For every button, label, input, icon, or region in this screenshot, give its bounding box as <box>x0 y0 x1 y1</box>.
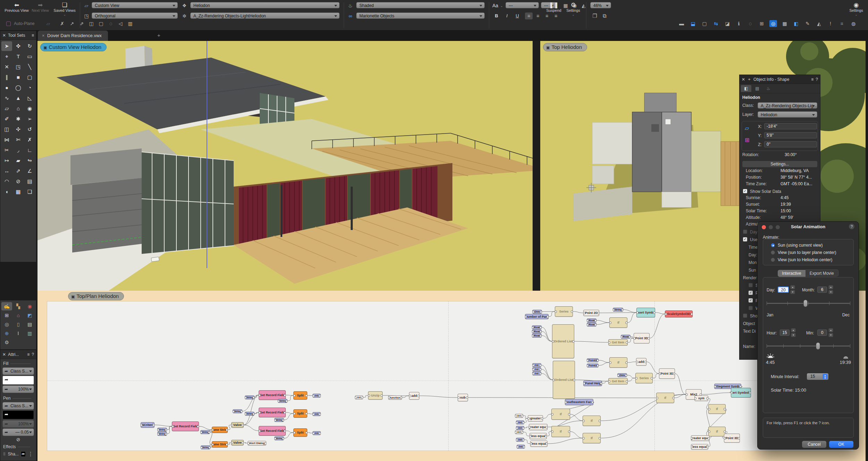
marionette-node[interactable]: Point3 <box>587 364 599 367</box>
flyover-tool-icon[interactable]: ↻ <box>24 41 35 51</box>
callout-tool-icon[interactable]: ▭ <box>24 52 35 61</box>
marionette-node[interactable]: Series <box>555 306 573 317</box>
marionette-node[interactable]: Same String <box>212 427 228 433</box>
hour-field[interactable]: 15 <box>780 330 790 336</box>
marionette-node[interactable]: int <box>355 395 363 399</box>
angle-dim-tool-icon[interactable]: ∠ <box>24 166 35 176</box>
marionette-node[interactable]: String <box>278 399 287 403</box>
layer-dropdown[interactable]: Heliodon <box>190 2 340 8</box>
marionette-node[interactable]: Get Record Field <box>172 421 199 431</box>
radio-animate-option-1[interactable] <box>771 250 775 255</box>
constrain-arrow-icon[interactable]: ↗ <box>68 20 76 27</box>
pushpull-tool-icon[interactable]: ◳ <box>13 62 24 72</box>
fit-objects-icon[interactable]: ⬓ <box>689 20 697 27</box>
class-value-dropdown[interactable]: A_Zz-Rendering Objects-Lig... <box>758 102 817 109</box>
marionette-node[interactable]: String <box>245 412 254 416</box>
delete-tool-icon[interactable]: ✕ <box>1 62 12 72</box>
help-icon[interactable]: ? <box>816 77 818 82</box>
orbit-icon[interactable]: ◌ <box>746 20 754 27</box>
marionette-node[interactable]: 03Number of Panels <box>525 314 549 319</box>
line-style-icon[interactable]: ⊘ <box>0 437 36 442</box>
marionette-node[interactable]: sub <box>458 394 468 401</box>
x-field[interactable]: -18'4" <box>764 123 817 129</box>
marionette-node[interactable]: Valve <box>231 440 244 445</box>
tape-measure-tool-icon[interactable]: ▤ <box>24 177 35 186</box>
marionette-node[interactable]: add <box>636 358 646 366</box>
close-icon[interactable]: ✕ <box>2 352 6 357</box>
tab-interactive[interactable]: Interactive <box>778 270 805 277</box>
marionette-node[interactable]: Int <box>516 420 524 424</box>
viewport-label-top[interactable]: ▣Top Heliodon <box>543 43 587 51</box>
marionette-node[interactable]: Get Record Field <box>259 390 286 400</box>
marionette-node[interactable]: Ordered List <box>553 361 575 399</box>
duplicate-icon[interactable]: ◫ <box>87 20 95 27</box>
fillet-tool-icon[interactable]: ◞ <box>13 145 24 155</box>
render-dd-icon[interactable]: ◭ <box>815 20 823 27</box>
grid-icon[interactable]: ⊞ <box>758 20 766 27</box>
grid-plane-icon[interactable]: ⊞ <box>745 137 749 143</box>
text-tool-icon[interactable]: T <box>13 52 24 61</box>
marionette-node[interactable]: If <box>656 393 674 403</box>
checkbox[interactable]: ✓ <box>749 298 753 302</box>
marionette-node[interactable]: Dim <box>532 310 542 314</box>
marionette-node[interactable]: String <box>157 428 167 432</box>
align-justify-icon[interactable]: ≡ <box>552 12 560 19</box>
hexagon-tool-icon[interactable]: ⌂ <box>13 104 24 113</box>
marionette-node[interactable]: If <box>708 404 726 414</box>
rectangle-tool-icon[interactable]: ■ <box>13 72 24 82</box>
checkbox[interactable]: ✓ <box>743 237 747 241</box>
polyline-tool-icon[interactable]: ◺ <box>24 93 35 103</box>
saved-view-dropdown[interactable]: Custom View <box>92 2 178 8</box>
reshape-tool-icon[interactable]: ✣ <box>13 125 24 134</box>
selection-tool-icon[interactable]: ➤ <box>1 41 12 51</box>
day-field[interactable]: 20 <box>778 287 789 293</box>
marionette-node[interactable]: If <box>609 317 627 328</box>
marionette-node[interactable]: 02Panel Height <box>583 381 602 386</box>
architecture-category-icon[interactable]: ⌂ <box>13 311 24 319</box>
polygon-tool-icon[interactable]: ▲ <box>13 93 24 103</box>
marionette-node[interactable]: Unzip <box>368 391 383 400</box>
marionette-node[interactable]: Point 3D <box>659 368 675 379</box>
marionette-node[interactable]: ScaleSymbol3D <box>665 310 693 317</box>
trim-tool-icon[interactable]: ✗ <box>24 135 35 145</box>
extend-tool-icon[interactable]: ↦ <box>1 156 12 165</box>
diameter-dim-tool-icon[interactable]: ⊘ <box>13 177 24 186</box>
image-icon[interactable]: ▩ <box>781 20 788 27</box>
marionette-node[interactable]: Dim <box>617 373 627 377</box>
page-icon[interactable]: ▢ <box>701 20 708 27</box>
kebab-menu-icon[interactable]: ⋮ <box>28 451 33 457</box>
rotation-value[interactable]: 30.00° <box>785 152 797 157</box>
shadow-style-button[interactable]: ➦ <box>21 451 26 457</box>
tab-render[interactable]: ♨ <box>763 85 774 92</box>
viewport-divider[interactable] <box>533 41 540 291</box>
checkbox[interactable]: ✓ <box>749 291 753 295</box>
marionette-node[interactable]: Real <box>532 325 542 329</box>
close-icon[interactable]: ✕ <box>742 77 745 82</box>
cancel-button[interactable]: Cancel <box>802 441 826 448</box>
marionette-node[interactable]: function <box>388 395 402 400</box>
marionette-node[interactable]: int <box>515 414 523 418</box>
constrain-dual-icon[interactable]: ⇗ <box>78 20 85 27</box>
font-dropdown[interactable]: --- <box>506 2 539 8</box>
quad-tool-icon[interactable]: ▱ <box>1 104 12 113</box>
close-tab-icon[interactable]: × <box>42 33 44 38</box>
screen-plane-icon[interactable]: ▱ <box>745 125 749 131</box>
offset-tool-icon[interactable]: ◫ <box>1 125 12 134</box>
geolocate-icon[interactable]: ◍ <box>850 20 857 27</box>
min-stepper[interactable]: ▲▼ <box>828 328 833 337</box>
pen-style-dropdown[interactable]: Class S... <box>2 402 34 410</box>
double-line-tool-icon[interactable]: ∥ <box>1 72 12 82</box>
eyedropper-tool-icon[interactable]: ✐ <box>1 114 12 124</box>
class-dropdown[interactable]: A_Zz-Rendering Objects-LightHeliodon <box>190 12 340 19</box>
rotate-plan-icon[interactable]: ◪ <box>724 20 731 27</box>
add-tab-button[interactable]: + <box>157 32 160 38</box>
radio-animate-option-0[interactable] <box>771 243 775 247</box>
marionette-node[interactable]: String <box>233 409 242 413</box>
month-field[interactable]: 6 <box>817 287 827 293</box>
menu-icon[interactable]: ≡ <box>32 33 34 38</box>
eraser-tool-icon[interactable]: ▰ <box>13 156 24 165</box>
marionette-node[interactable]: If <box>609 357 627 368</box>
hour-stepper[interactable]: ▲▼ <box>791 328 796 337</box>
zoom-level-dropdown[interactable]: 46% <box>590 2 611 8</box>
help-icon[interactable]: ? <box>32 352 34 357</box>
